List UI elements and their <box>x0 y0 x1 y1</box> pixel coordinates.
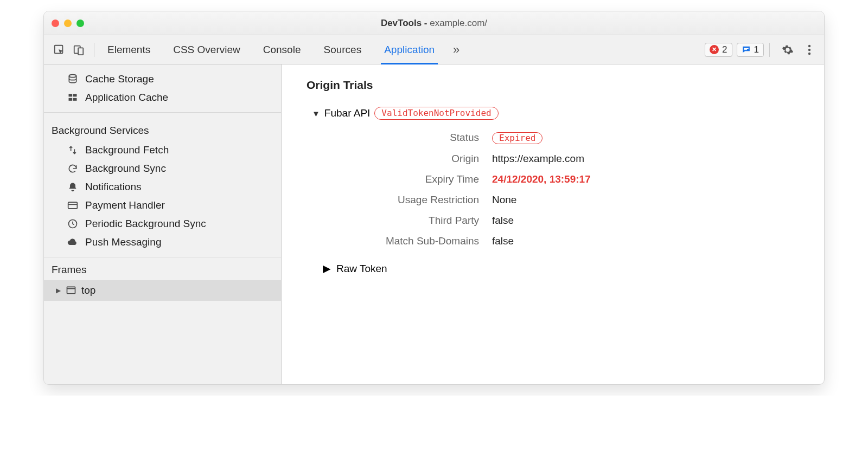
tab-elements[interactable]: Elements <box>105 35 152 64</box>
maximize-window-button[interactable] <box>76 20 84 27</box>
kv-key-usage: Usage Restriction <box>335 194 492 206</box>
kv-val-origin: https://example.com <box>492 153 808 165</box>
svg-point-7 <box>808 52 810 54</box>
clock-icon <box>67 218 79 230</box>
trial-details-table: Status Expired Origin https://example.co… <box>335 132 808 247</box>
panel-tabs: Elements CSS Overview Console Sources Ap… <box>105 35 437 64</box>
kv-val-match-subdomains: false <box>492 235 808 247</box>
panel-body: Cache Storage Application Cache Backgrou… <box>44 64 824 384</box>
application-main: Origin Trials ▼ Fubar API ValidTokenNotP… <box>282 64 824 384</box>
fetch-arrows-icon <box>67 144 79 156</box>
kv-val-usage: None <box>492 194 808 206</box>
svg-rect-10 <box>73 94 77 96</box>
svg-rect-16 <box>67 287 75 294</box>
divider <box>769 43 770 57</box>
message-count: 1 <box>754 44 759 55</box>
sidebar-section-cache: Cache Storage Application Cache <box>44 64 281 113</box>
svg-rect-0 <box>55 45 63 53</box>
sidebar-item-cache-storage[interactable]: Cache Storage <box>44 70 281 88</box>
expand-triangle-icon: ▼ <box>312 109 320 118</box>
svg-point-6 <box>808 48 810 50</box>
sidebar-item-label: Notifications <box>85 181 142 193</box>
cloud-icon <box>67 236 79 248</box>
svg-rect-4 <box>744 49 747 50</box>
sidebar-item-label: Application Cache <box>85 92 168 104</box>
bell-icon <box>67 181 79 193</box>
message-counter[interactable]: 1 <box>737 43 764 57</box>
grid-icon <box>67 92 79 104</box>
kv-val-expiry: 24/12/2020, 13:59:17 <box>492 173 808 185</box>
close-window-button[interactable] <box>52 20 59 27</box>
tab-application[interactable]: Application <box>382 35 437 64</box>
database-icon <box>67 73 79 85</box>
svg-point-8 <box>69 75 76 77</box>
sync-icon <box>67 163 79 174</box>
error-icon: ✕ <box>710 45 719 54</box>
svg-rect-13 <box>68 202 78 209</box>
credit-card-icon <box>67 199 79 211</box>
svg-rect-3 <box>744 48 749 49</box>
raw-token-label: Raw Token <box>336 263 387 275</box>
sidebar-heading-frames: Frames <box>44 257 281 280</box>
traffic-lights <box>52 20 84 27</box>
sidebar-section-background: Background Services Background Fetch Bac… <box>44 113 281 257</box>
title-url: example.com/ <box>430 18 487 28</box>
sidebar-item-payment-handler[interactable]: Payment Handler <box>44 196 281 215</box>
sidebar-item-top-frame[interactable]: ▶ top <box>44 280 281 301</box>
sidebar-item-label: Background Sync <box>85 163 166 174</box>
sidebar-item-label: Background Fetch <box>85 144 169 156</box>
sidebar-item-label: Periodic Background Sync <box>85 218 206 230</box>
sidebar-item-notifications[interactable]: Notifications <box>44 178 281 196</box>
sidebar-item-background-sync[interactable]: Background Sync <box>44 159 281 178</box>
kv-key-origin: Origin <box>335 153 492 165</box>
sidebar-heading-background: Background Services <box>44 118 281 141</box>
svg-rect-12 <box>73 98 77 101</box>
frame-label: top <box>81 285 95 296</box>
kv-val-status: Expired <box>492 132 808 144</box>
tab-sources[interactable]: Sources <box>321 35 363 64</box>
sidebar-item-background-fetch[interactable]: Background Fetch <box>44 141 281 159</box>
frame-icon <box>65 285 77 296</box>
trial-header-row[interactable]: ▼ Fubar API ValidTokenNotProvided <box>312 107 808 120</box>
svg-rect-2 <box>78 48 83 55</box>
section-heading: Origin Trials <box>307 79 808 92</box>
title-prefix: DevTools - <box>381 18 430 28</box>
device-toolbar-icon[interactable] <box>69 40 88 60</box>
devtools-window: DevTools - example.com/ Elements CSS Ove… <box>43 11 825 385</box>
raw-token-row[interactable]: ▶ Raw Token <box>323 262 808 275</box>
tab-console[interactable]: Console <box>261 35 303 64</box>
settings-icon[interactable] <box>778 44 797 56</box>
status-pill: Expired <box>492 132 542 144</box>
trial-status-badge: ValidTokenNotProvided <box>374 107 498 120</box>
error-count: 2 <box>722 44 727 55</box>
more-menu-icon[interactable] <box>800 44 819 55</box>
message-icon <box>742 45 751 54</box>
trial-name: Fubar API <box>324 107 371 119</box>
sidebar-item-push-messaging[interactable]: Push Messaging <box>44 233 281 251</box>
kv-val-third-party: false <box>492 215 808 227</box>
kv-key-match-subdomains: Match Sub-Domains <box>335 235 492 247</box>
window-title: DevTools - example.com/ <box>44 18 824 29</box>
minimize-window-button[interactable] <box>64 20 72 27</box>
inspect-element-icon[interactable] <box>49 40 69 60</box>
kv-key-third-party: Third Party <box>335 215 492 227</box>
sidebar-item-label: Cache Storage <box>85 73 154 85</box>
sidebar-item-application-cache[interactable]: Application Cache <box>44 88 281 107</box>
divider <box>94 43 94 57</box>
sidebar-item-label: Push Messaging <box>85 236 161 248</box>
application-sidebar: Cache Storage Application Cache Backgrou… <box>44 64 282 384</box>
expand-triangle-icon: ▶ <box>323 262 331 275</box>
tab-css-overview[interactable]: CSS Overview <box>171 35 242 64</box>
error-counter[interactable]: ✕ 2 <box>705 43 732 57</box>
svg-rect-9 <box>69 94 73 96</box>
kv-key-status: Status <box>335 132 492 144</box>
svg-rect-11 <box>69 98 73 101</box>
more-tabs-icon[interactable]: » <box>451 41 462 59</box>
svg-point-5 <box>808 44 810 47</box>
kv-key-expiry: Expiry Time <box>335 173 492 185</box>
sidebar-item-label: Payment Handler <box>85 199 165 211</box>
sidebar-item-periodic-sync[interactable]: Periodic Background Sync <box>44 215 281 233</box>
expand-triangle-icon: ▶ <box>56 287 61 294</box>
titlebar: DevTools - example.com/ <box>44 11 824 35</box>
sidebar-section-frames: Frames ▶ top <box>44 257 281 301</box>
